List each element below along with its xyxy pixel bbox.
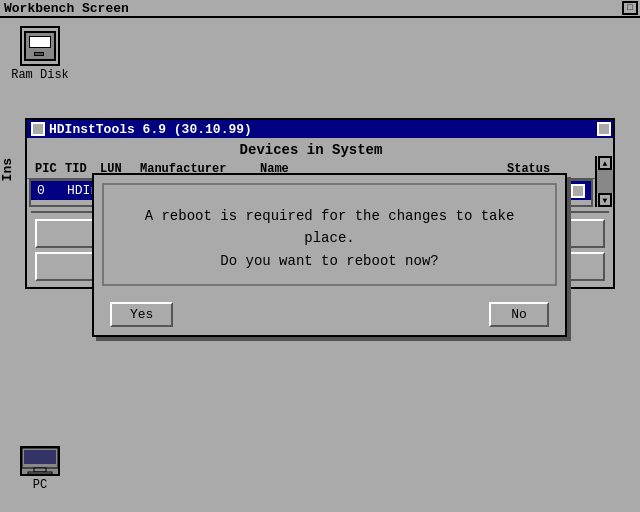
device-maximize-icon[interactable] xyxy=(571,184,585,198)
dialog-body: A reboot is required for the changes to … xyxy=(102,183,557,286)
floppy-body xyxy=(24,31,56,61)
scrollbar-track xyxy=(597,170,613,193)
pc-icon[interactable]: PC xyxy=(10,446,70,492)
svg-rect-3 xyxy=(28,472,52,474)
dialog-line2: Do you want to reboot now? xyxy=(120,250,539,272)
svg-rect-1 xyxy=(24,450,56,464)
pc-svg-icon xyxy=(22,448,58,474)
hdinst-close-button[interactable] xyxy=(31,122,45,136)
ramdisk-label: Ram Disk xyxy=(11,68,69,82)
scrollbar-down-button[interactable]: ▼ xyxy=(598,193,612,207)
workbench-close-button[interactable]: □ xyxy=(622,1,638,15)
no-button[interactable]: No xyxy=(489,302,549,327)
scrollbar[interactable]: ▲ ▼ xyxy=(595,156,613,207)
window-content: Devices in System PIC TID LUN Manufactur… xyxy=(27,138,613,207)
dialog-box: A reboot is required for the changes to … xyxy=(92,173,567,337)
floppy-slot xyxy=(34,52,44,56)
ramdisk-icon[interactable]: Ram Disk xyxy=(10,26,70,82)
sidebar-label: Ins xyxy=(0,158,20,181)
hdinst-titlebar[interactable]: HDInstTools 6.9 (30.10.99) xyxy=(27,120,613,138)
svg-rect-2 xyxy=(34,468,46,472)
desktop: Ram Disk PC Ins HDInstTools 6.9 (30.10.9… xyxy=(0,18,640,512)
hdinst-title: HDInstTools 6.9 (30.10.99) xyxy=(49,122,252,137)
workbench-titlebar: Workbench Screen □ xyxy=(0,0,640,18)
device-pic: 0 xyxy=(37,183,67,198)
workbench-title: Workbench Screen xyxy=(4,1,129,16)
floppy-label xyxy=(29,36,51,48)
hdinst-maximize-button[interactable] xyxy=(597,122,611,136)
hdinst-window: HDInstTools 6.9 (30.10.99) Devices in Sy… xyxy=(25,118,615,289)
ramdisk-icon-image xyxy=(20,26,60,66)
devices-header: Devices in System xyxy=(27,138,595,160)
dialog-line1: A reboot is required for the changes to … xyxy=(120,205,539,250)
pc-icon-image xyxy=(20,446,60,476)
pc-label: PC xyxy=(33,478,47,492)
yes-button[interactable]: Yes xyxy=(110,302,173,327)
dialog-buttons: Yes No xyxy=(94,294,565,335)
scrollbar-up-button[interactable]: ▲ xyxy=(598,156,612,170)
col-pic-header: PIC xyxy=(35,162,65,176)
